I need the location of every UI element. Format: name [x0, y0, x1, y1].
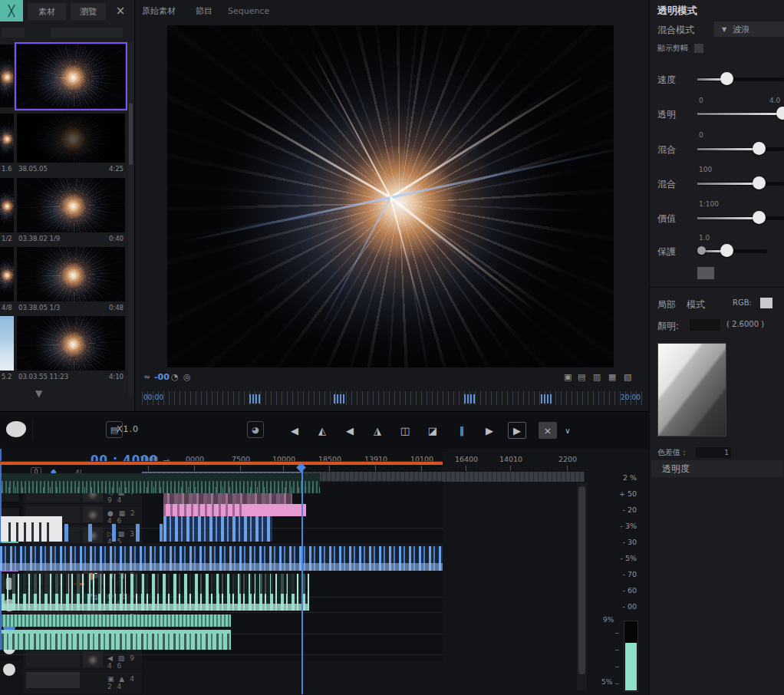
- close-icon[interactable]: ×: [113, 3, 128, 18]
- bin-sliver-thumb-sky[interactable]: [0, 316, 14, 371]
- bin-tab-media[interactable]: 素材: [28, 3, 66, 20]
- bin-item[interactable]: [17, 247, 125, 301]
- preview-panel: 原始素材 節目 Sequence ≈ -00 ◔ ◎ ▣ ▤ ▥ ▦ ▧ 00:…: [136, 0, 648, 411]
- scrub-start-label: 00:00: [143, 394, 163, 401]
- clip-blue-bars[interactable]: [163, 516, 272, 542]
- audio-scrub-icon[interactable]: ◪: [423, 422, 442, 439]
- chevron-icon[interactable]: ∨: [558, 422, 577, 439]
- bin-tab-browse[interactable]: 瀏覽: [71, 3, 106, 20]
- clip-pink-filmstrip[interactable]: [163, 493, 292, 504]
- meter-bottom-label: 5%: [601, 678, 612, 686]
- loop-icon[interactable]: ≈: [143, 372, 150, 382]
- preview-tab-source[interactable]: 原始素材: [142, 3, 176, 18]
- show-clip-checkbox[interactable]: [694, 44, 703, 53]
- rgb-label: RGB:: [733, 298, 752, 307]
- track-header-a4[interactable]: ◀ ▨ 9 4 6: [23, 649, 142, 670]
- fit-screen-icon[interactable]: ▦: [608, 372, 616, 382]
- slider-note: 1.0: [699, 234, 710, 242]
- slider-speed[interactable]: [697, 74, 784, 84]
- clip-pink[interactable]: [163, 504, 306, 516]
- clip-white[interactable]: [1, 516, 62, 542]
- preview-tab-sequence[interactable]: Sequence: [228, 3, 269, 18]
- bin-item[interactable]: [17, 114, 125, 163]
- brightness-value: ( 2.6000 ): [726, 320, 764, 328]
- track-header-a5[interactable]: ▣ ▲ 4 2 4: [23, 670, 142, 695]
- meter-label: - 30: [600, 538, 637, 546]
- bin-sliver-thumb[interactable]: [0, 178, 14, 232]
- slider-blend1[interactable]: [697, 143, 784, 154]
- meter-label: - 60: [600, 586, 637, 595]
- bin-item[interactable]: [17, 316, 125, 371]
- section-mode-label2: 模式: [687, 298, 705, 311]
- clip-teal-video[interactable]: [2, 473, 320, 493]
- bin-item-selected[interactable]: [17, 44, 125, 108]
- gradient-preview[interactable]: [657, 343, 726, 436]
- slider-blend2[interactable]: [697, 178, 784, 189]
- color-swatch[interactable]: [697, 267, 714, 279]
- meter-top-label: 9%: [603, 616, 614, 624]
- bin-sliver-thumb[interactable]: [0, 44, 14, 107]
- slider-value[interactable]: [697, 212, 784, 223]
- go-to-out-icon[interactable]: ◮: [368, 422, 387, 439]
- grid-icon[interactable]: ▤: [578, 372, 585, 382]
- bin-sliver-thumb[interactable]: [0, 114, 14, 163]
- tl-tool-circle[interactable]: [3, 664, 15, 676]
- preview-tab-program[interactable]: 節目: [196, 3, 212, 18]
- bin-scrollbar[interactable]: [128, 42, 133, 395]
- slider-label-opacity: 透明: [657, 108, 676, 121]
- clip-teal-bars[interactable]: [2, 574, 309, 611]
- settings-icon[interactable]: ▥: [593, 372, 601, 382]
- bin-item[interactable]: [17, 178, 125, 232]
- timeline-vscrollbar[interactable]: [577, 483, 587, 690]
- audio-step-icon[interactable]: ◫: [396, 422, 414, 439]
- playback-speed: X1.0: [117, 424, 139, 434]
- slider-label-blend1: 混合: [657, 143, 676, 156]
- chevron-down-icon: ▼: [722, 26, 726, 33]
- bin-item-caption: 1.638.05.054:25: [0, 163, 127, 174]
- slider-protect[interactable]: [697, 245, 784, 256]
- blend-mode-dropdown[interactable]: ▼ 波浪: [714, 21, 784, 37]
- clip-teal-wave2[interactable]: [2, 630, 231, 650]
- bin-expand-icon[interactable]: ▼: [35, 388, 42, 399]
- export-icon[interactable]: ×: [539, 422, 557, 439]
- effect-controls-panel: 透明模式 混合模式 ▼ 波浪 顯示剪輯 速度 0 4.0 透明 0 混合 100…: [649, 0, 784, 695]
- slider-label-blend2: 混合: [657, 178, 676, 191]
- scrub-end-label: 20:00: [621, 394, 641, 401]
- clip-blue-waveform[interactable]: [0, 543, 443, 571]
- pause-icon[interactable]: ‖: [453, 422, 471, 439]
- play-icon[interactable]: ▶: [480, 422, 499, 439]
- step-back-icon[interactable]: ◀: [341, 422, 359, 439]
- program-monitor[interactable]: [167, 25, 614, 367]
- clip-teal-thin[interactable]: [2, 614, 231, 627]
- go-to-in-icon[interactable]: ◭: [313, 422, 331, 439]
- blend-mode-label: 混合模式: [657, 24, 694, 37]
- clip-adjustment-layer[interactable]: [0, 461, 443, 465]
- preview-scrubber[interactable]: 00:00 20:00: [142, 391, 642, 405]
- brightness-input[interactable]: [690, 319, 720, 331]
- opacity-dropdown[interactable]: 透明度: [651, 460, 783, 477]
- fullscreen-icon[interactable]: ▧: [624, 372, 631, 382]
- bin-search-input[interactable]: [51, 28, 123, 38]
- project-bin-panel: ╳ 素材 瀏覽 × 1.638.05.054:25 1/203.38.02 1/…: [0, 0, 135, 411]
- slider-opacity[interactable]: [697, 108, 784, 119]
- slider-label-speed: 速度: [657, 74, 676, 87]
- clip-blue-sparse[interactable]: [64, 516, 163, 542]
- play-in-out-icon[interactable]: ▶: [508, 422, 526, 439]
- safe-margins-icon[interactable]: ▣: [564, 372, 572, 382]
- target-icon[interactable]: ◎: [183, 372, 191, 382]
- bin-sliver-thumb[interactable]: [0, 247, 14, 301]
- prev-frame-icon[interactable]: ◀: [285, 422, 304, 439]
- panel-title: 透明模式: [657, 4, 697, 18]
- playhead[interactable]: [301, 470, 303, 694]
- audio-level-meter: [624, 621, 638, 692]
- clock-icon[interactable]: ◔: [171, 372, 179, 382]
- bin-logo-icon[interactable]: ╳: [0, 0, 23, 21]
- rgb-swatch[interactable]: [760, 298, 772, 308]
- timecode-badge: -00: [154, 372, 170, 382]
- bin-filter-button[interactable]: [2, 28, 25, 38]
- tool-blob-icon[interactable]: [6, 421, 26, 437]
- section-mode-label: 局部: [657, 298, 676, 311]
- mask-icon[interactable]: ◕: [247, 421, 264, 438]
- ruler-label: 2200: [554, 455, 581, 463]
- diff-input[interactable]: 1: [696, 447, 731, 458]
